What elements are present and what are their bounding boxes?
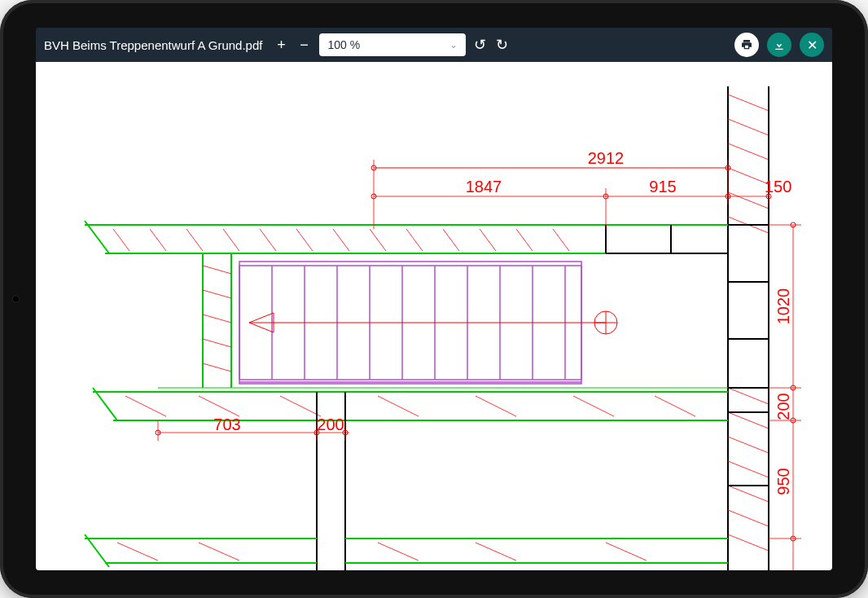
svg-line-42 xyxy=(203,266,231,274)
dim-bottom-b: 200 xyxy=(317,416,344,433)
svg-line-65 xyxy=(117,543,158,561)
svg-line-32 xyxy=(333,229,349,251)
redo-button[interactable]: ↻ xyxy=(496,36,508,54)
svg-line-6 xyxy=(728,192,769,209)
document-filename: BVH Beims Treppenentwurf A Grund.pdf xyxy=(44,38,262,52)
dim-top-left: 1847 xyxy=(466,178,502,196)
svg-line-57 xyxy=(655,396,695,416)
svg-line-12 xyxy=(728,486,769,502)
svg-line-46 xyxy=(203,363,231,372)
svg-line-68 xyxy=(476,543,516,561)
svg-line-53 xyxy=(280,396,321,416)
svg-line-30 xyxy=(260,229,276,251)
svg-line-38 xyxy=(553,229,569,251)
dim-top-wall: 150 xyxy=(765,178,791,196)
svg-line-67 xyxy=(378,543,419,561)
svg-line-33 xyxy=(370,229,386,251)
svg-line-44 xyxy=(203,314,231,323)
document-canvas[interactable]: 2912 1847 915 150 1020 200 950 xyxy=(36,62,832,570)
svg-line-55 xyxy=(476,396,516,416)
svg-line-11 xyxy=(728,461,769,477)
svg-line-37 xyxy=(516,229,533,251)
svg-line-28 xyxy=(186,229,203,251)
svg-line-54 xyxy=(378,396,419,416)
svg-line-5 xyxy=(728,168,769,184)
svg-line-51 xyxy=(125,396,166,416)
zoom-level-value: 100 % xyxy=(327,38,360,51)
toolbar-left: BVH Beims Treppenentwurf A Grund.pdf + −… xyxy=(44,33,508,56)
svg-line-56 xyxy=(573,396,614,416)
svg-line-10 xyxy=(728,437,769,453)
dim-right-c: 950 xyxy=(774,468,792,495)
svg-line-27 xyxy=(150,229,166,251)
svg-line-52 xyxy=(199,396,239,416)
svg-line-14 xyxy=(728,534,769,551)
undo-button[interactable]: ↺ xyxy=(474,36,486,54)
svg-line-43 xyxy=(203,290,231,298)
zoom-in-button[interactable]: + xyxy=(274,37,288,54)
svg-line-2 xyxy=(728,95,769,111)
close-button[interactable]: ✕ xyxy=(800,33,824,57)
zoom-controls: + − 100 % ⌄ ↺ ↻ xyxy=(274,33,508,56)
history-controls: ↺ ↻ xyxy=(474,36,508,54)
svg-line-3 xyxy=(728,119,769,135)
printer-icon xyxy=(740,38,753,51)
chevron-down-icon: ⌄ xyxy=(449,39,458,51)
svg-line-4 xyxy=(728,143,769,160)
dim-bottom-a: 703 xyxy=(213,416,240,433)
svg-line-31 xyxy=(296,229,313,251)
svg-line-34 xyxy=(406,229,423,251)
svg-line-69 xyxy=(606,543,647,561)
technical-drawing: 2912 1847 915 150 1020 200 950 xyxy=(36,62,832,570)
svg-line-26 xyxy=(113,229,129,251)
zoom-out-button[interactable]: − xyxy=(296,37,311,54)
dim-top-total: 2912 xyxy=(588,149,625,167)
print-button[interactable] xyxy=(734,33,759,57)
svg-line-66 xyxy=(199,543,239,561)
svg-line-9 xyxy=(728,412,769,429)
tablet-frame: BVH Beims Treppenentwurf A Grund.pdf + −… xyxy=(0,0,868,598)
svg-line-45 xyxy=(203,339,231,347)
download-button[interactable] xyxy=(767,33,791,57)
download-icon xyxy=(773,38,786,51)
close-icon: ✕ xyxy=(807,37,818,53)
svg-line-35 xyxy=(443,229,459,251)
dim-right-b: 200 xyxy=(774,393,792,420)
dim-right-a: 1020 xyxy=(774,288,792,325)
svg-line-29 xyxy=(223,229,239,251)
pdf-toolbar: BVH Beims Treppenentwurf A Grund.pdf + −… xyxy=(36,28,832,62)
svg-line-8 xyxy=(728,388,769,404)
svg-line-36 xyxy=(480,229,496,251)
dim-top-right: 915 xyxy=(649,178,676,196)
app-screen: BVH Beims Treppenentwurf A Grund.pdf + −… xyxy=(36,28,832,570)
svg-line-13 xyxy=(728,510,769,526)
zoom-level-select[interactable]: 100 % ⌄ xyxy=(319,33,466,56)
toolbar-right: ✕ xyxy=(734,33,824,57)
